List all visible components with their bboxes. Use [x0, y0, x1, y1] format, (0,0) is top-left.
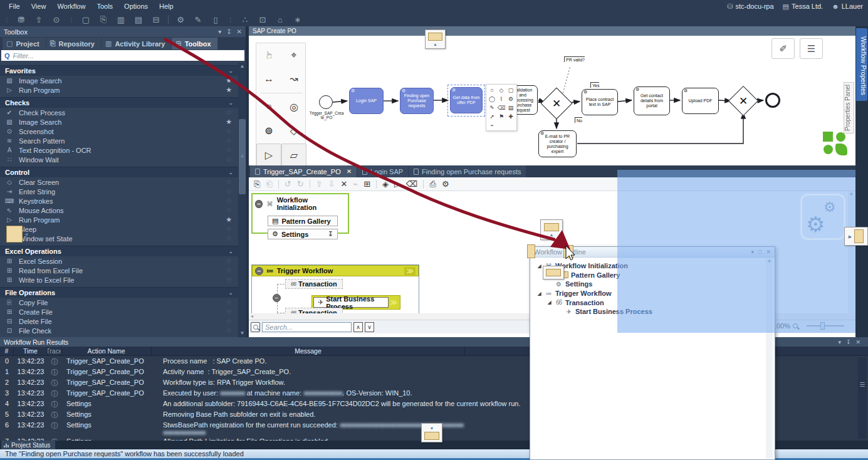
toolbox-item-text-recognition-ocr[interactable]: AText Recognition - OCR☆ — [0, 145, 238, 155]
star-outline-icon[interactable]: ☆ — [226, 178, 232, 186]
tab-trigger-sap-create-po[interactable]: Trigger_SAP_Create_PO✕ — [250, 165, 357, 177]
menu-options[interactable]: Options — [119, 1, 153, 11]
link-icon[interactable]: ⌁ — [353, 179, 358, 189]
gateway-pr-valid[interactable]: ✕ — [545, 92, 568, 115]
tab-finding-open-purchase-requests[interactable]: Finding open Purchase requests — [409, 165, 526, 177]
expand-chevrons-icon[interactable]: ≫ — [404, 267, 416, 275]
toolbox-item-copy-file[interactable]: ⎘Copy File☆ — [0, 298, 238, 307]
toolbox-scrollbar[interactable]: ▲ ≡ ▼ — [238, 63, 246, 337]
star-outline-icon[interactable]: ☆ — [226, 257, 232, 265]
chevron-up-icon[interactable]: ⌄ — [228, 169, 233, 175]
toolbox-item-write-to-excel-file[interactable]: ⊞Write to Excel File☆ — [0, 275, 238, 285]
undo-icon[interactable]: ↺ — [285, 179, 291, 189]
service-gears-icon[interactable]: ⚙ — [506, 95, 515, 103]
section-header-favorites[interactable]: Favorites⌄ — [0, 65, 238, 76]
monitor-icon[interactable]: ⊡ — [257, 15, 268, 24]
close-tab-icon[interactable]: ✕ — [347, 168, 352, 175]
toolbox-item-run-program[interactable]: ▷Run Program★ — [0, 85, 238, 95]
task-upload-pdf[interactable]: ⚙Upload PDF — [682, 88, 719, 114]
tab-properties-panel[interactable]: Properties Panel — [844, 82, 854, 133]
star-outline-icon[interactable]: ☆ — [226, 234, 232, 243]
move-down-icon[interactable]: ⇩ — [328, 179, 335, 189]
star-filled-icon[interactable]: ★ — [226, 118, 232, 126]
bookmark-icon[interactable]: ⚑ — [497, 112, 506, 120]
chevron-up-icon[interactable]: ⌄ — [228, 100, 233, 106]
package-icon[interactable]: ⊟ — [150, 15, 162, 24]
append-end-event-icon[interactable]: ◯ — [488, 95, 496, 103]
dock-guide-top[interactable]: ▲ — [425, 29, 446, 49]
star-outline-icon[interactable]: ☆ — [226, 187, 232, 196]
move-up-icon[interactable]: ⇧ — [316, 179, 323, 189]
save-icon[interactable]: ⛃ — [16, 15, 27, 24]
space-tool-icon[interactable]: ↔ — [256, 67, 281, 90]
report-icon[interactable]: ▯ — [210, 15, 221, 24]
append-gateway-icon[interactable]: ◇ — [497, 86, 506, 94]
star-outline-icon[interactable]: ☆ — [226, 298, 232, 306]
trigger-workflow-block[interactable]: −≔Trigger Workflow≫ − 66Transaction ✈Sta… — [251, 264, 419, 313]
hamburger-icon[interactable]: ☰ — [858, 381, 867, 388]
transaction-activity[interactable]: 66Transaction — [285, 279, 343, 289]
menu-file[interactable]: File — [4, 1, 25, 11]
paste-icon[interactable]: ⎗ — [266, 179, 272, 189]
plus-icon[interactable]: ✚ — [506, 112, 515, 120]
toolbox-item-enter-string[interactable]: ⇥Enter String☆ — [0, 187, 238, 196]
toolbox-item-delete-file[interactable]: ⊟Delete File☆ — [0, 316, 238, 326]
environment-indicator[interactable]: ⛁stc-docu-rpa — [727, 3, 773, 11]
star-filled-icon[interactable]: ★ — [226, 216, 232, 224]
tab-project-status[interactable]: Project Status — [1, 441, 55, 449]
settings-icon[interactable]: ⚙ — [175, 15, 186, 24]
section-header-excel-operations[interactable]: Excel Operations⌄ — [0, 246, 238, 256]
deploy-icon[interactable]: ⊞ — [363, 179, 370, 189]
expand-chevrons-icon[interactable]: ≫ — [389, 298, 399, 306]
toolbox-item-clear-screen[interactable]: ◇Clear Screen☆ — [0, 177, 238, 187]
task-login-sap[interactable]: ⚙Login SAP — [349, 88, 384, 114]
start-event-tool-icon[interactable]: ○ — [256, 95, 281, 118]
expanded-icon[interactable]: ◢ — [536, 263, 542, 269]
star-outline-icon[interactable]: ☆ — [226, 127, 232, 135]
toolbox-tab-toolbox[interactable]: ⊞Toolbox — [172, 38, 217, 50]
toolbox-item-mouse-actions[interactable]: ⇖Mouse Actions☆ — [0, 206, 238, 215]
toolbox-item-read-from-excel-file[interactable]: ⊞Read from Excel File☆ — [0, 266, 238, 275]
section-header-control[interactable]: Control⌄ — [0, 167, 238, 177]
dock-guide-bottom[interactable]: ▼ — [421, 423, 442, 442]
intermediate-event-tool-icon[interactable]: ◎ — [281, 95, 306, 118]
pattern-gallery-button[interactable]: ▤Pattern Gallery — [268, 216, 338, 226]
star-filled-icon[interactable]: ★ — [226, 76, 232, 85]
toolbox-item-run-program[interactable]: ▷Run Program★ — [0, 215, 238, 224]
company-indicator[interactable]: ▤Tessa Ltd. — [783, 3, 824, 11]
menu-help[interactable]: Help — [154, 1, 179, 11]
gateway-merge[interactable]: ✕ — [733, 90, 754, 112]
toolbox-item-create-file[interactable]: ⊞Create File☆ — [0, 307, 238, 316]
star-outline-icon[interactable]: ☆ — [226, 327, 232, 335]
trash-icon[interactable]: ⌫ — [406, 179, 417, 189]
scroll-up-icon[interactable]: ▲ — [238, 63, 246, 70]
gateway-tool-icon[interactable]: ◇ — [281, 119, 306, 142]
run-results-scrollbar[interactable]: ☰ — [858, 357, 867, 439]
dock-guide-right[interactable]: ▶ — [844, 227, 868, 246]
star-outline-icon[interactable]: ☆ — [226, 317, 232, 325]
tools-icon[interactable]: ⚙ — [442, 179, 449, 189]
col-trace[interactable]: Trace — [48, 347, 61, 355]
theme-brush-button[interactable]: ✐ — [771, 38, 795, 59]
pin-icon[interactable]: ↧ — [226, 28, 231, 35]
chevron-up-icon[interactable]: ⌄ — [228, 68, 233, 74]
workflow-initialization-group[interactable]: −⌘Workflow Initialization ▤Pattern Galle… — [251, 193, 349, 234]
connector-icon[interactable]: ⌁ — [488, 121, 496, 129]
close-icon[interactable]: ✕ — [855, 339, 860, 345]
scrollbar-thumb[interactable]: ≡ — [239, 119, 246, 194]
copy-icon[interactable]: ⎘ — [254, 179, 260, 189]
dropdown-icon[interactable]: ▾ — [218, 28, 221, 35]
diagram-menu-button[interactable]: ☰ — [800, 38, 823, 59]
filter-input[interactable]: Q Filter... — [1, 50, 244, 61]
toolbox-item-file-check[interactable]: ⊡File Check☆ — [0, 326, 238, 335]
toolbox-item-keystrokes[interactable]: ⌨Keystrokes☆ — [0, 196, 238, 206]
verify-icon[interactable]: ⊙ — [51, 15, 62, 24]
context-pad[interactable]: ○◇▢ ◯⌇⚙ ✎⌫▤ ➚⚑✚ ⌁ — [486, 84, 517, 131]
toolbox-tab-project[interactable]: ▢Project — [3, 38, 46, 50]
task-get-contact-details[interactable]: ⚙Get contact details from portal — [634, 86, 670, 115]
toolbox-item-sleep[interactable]: ⋈Sleep☆ — [0, 224, 238, 234]
dock-guide-left[interactable]: ◀ — [6, 226, 28, 243]
toolbox-tab-repository[interactable]: ⎘Repository — [46, 38, 101, 50]
connect-tool-icon[interactable]: ↝ — [281, 67, 306, 90]
close-icon[interactable]: ✕ — [237, 28, 242, 35]
